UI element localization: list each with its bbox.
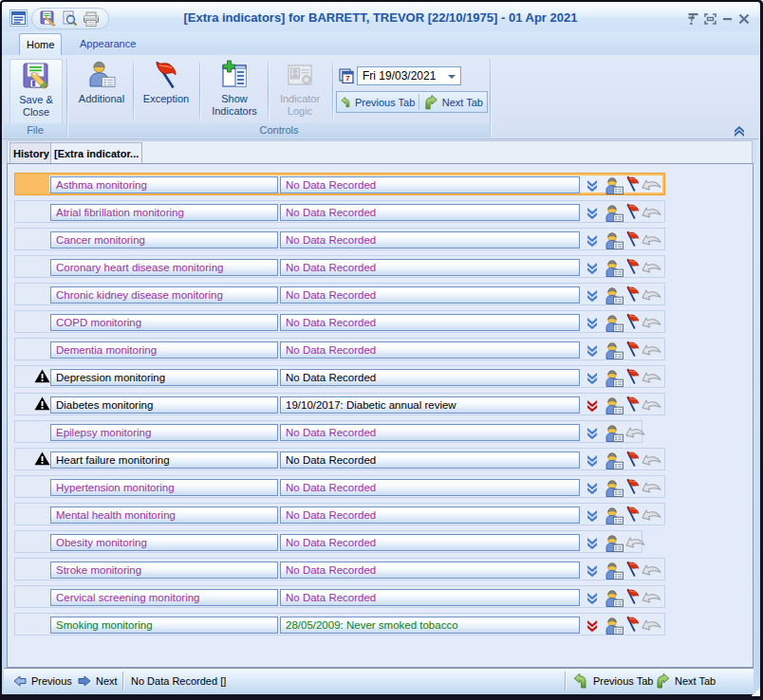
svg-text:7: 7: [345, 74, 350, 83]
